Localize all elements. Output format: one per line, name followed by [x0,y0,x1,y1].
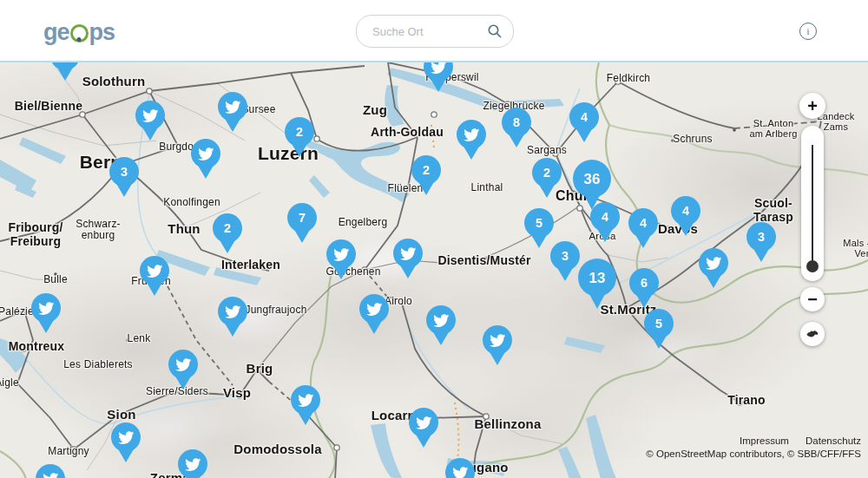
svg-text:3: 3 [121,165,128,179]
cluster-marker[interactable]: 3 [107,155,141,199]
twitter-marker[interactable] [454,118,489,161]
svg-text:4: 4 [640,216,647,230]
twitter-marker[interactable] [108,421,143,464]
cluster-marker[interactable]: 6 [627,266,661,310]
svg-text:2: 2 [296,125,303,139]
map-place-label: Jungfraujoch [245,304,306,316]
twitter-marker[interactable] [288,383,323,427]
map-place-label: LandeckZams [818,111,855,133]
map-place-label: Biel/Bienne [15,100,82,114]
logo-o-icon [70,24,89,43]
geops-map-app: geps i [0,0,868,478]
map-place-label: Disentis/Mustér [437,254,530,268]
attribution-copyright: © OpenStreetMap contributors, © SBB/CFF/… [646,449,861,459]
twitter-marker[interactable] [215,295,250,338]
cluster-marker[interactable]: 7 [285,201,319,245]
map-place-label: Montreux [9,340,65,354]
svg-text:5: 5 [655,317,662,331]
svg-text:36: 36 [584,171,601,187]
fit-switzerland-button[interactable] [800,322,825,346]
twitter-marker[interactable] [33,462,68,478]
svg-text:3: 3 [562,249,569,263]
twitter-marker[interactable] [443,456,477,478]
map-place-label: Mals - MallesVenosta [843,238,868,259]
search-box[interactable] [356,15,514,48]
twitter-marker[interactable] [166,348,201,391]
info-icon[interactable]: i [799,23,817,40]
cluster-marker[interactable]: 4 [567,101,602,144]
twitter-marker[interactable] [215,90,250,134]
map-place-label: Schruns [673,134,712,145]
zoom-in-button[interactable]: + [799,93,825,119]
twitter-marker[interactable] [175,448,210,478]
map-place-label: Solothurn [82,75,146,89]
svg-text:2: 2 [543,166,550,180]
map-place-label: Visp [223,386,251,401]
svg-text:4: 4 [682,204,689,218]
twitter-marker[interactable] [133,99,168,142]
map-place-label: St. Antonam Arlberg [749,118,797,140]
logo-o-dot [77,37,82,42]
cluster-marker[interactable]: 3 [744,220,779,264]
twitter-marker[interactable] [391,237,425,280]
twitter-marker[interactable] [424,304,458,347]
map-place-label: Schwarz-enburg [76,219,121,242]
twitter-marker[interactable] [357,292,391,336]
twitter-marker[interactable] [406,406,441,449]
search-icon[interactable] [487,23,503,39]
twitter-marker[interactable] [696,246,731,290]
cluster-marker[interactable]: 13 [575,257,619,311]
map-place-label: Les Diablerets [63,359,133,370]
map-place-label: Interlaken [221,259,280,272]
cluster-marker[interactable]: 2 [210,212,245,255]
map-place-label: Lenk [128,333,151,344]
map[interactable]: SolothurnBiel/BienneBernBurgdorfKonolfin… [0,61,868,478]
cluster-marker[interactable]: 2 [529,156,564,200]
zoom-slider-track-line [812,145,813,265]
svg-text:8: 8 [513,115,520,129]
zoom-out-button[interactable]: − [800,287,825,311]
map-place-label: Linthal [471,182,503,193]
map-place-label: Martigny [48,446,89,457]
search-input[interactable] [371,24,478,39]
cluster-marker[interactable]: 4 [626,206,661,250]
map-place-label: Sion [107,408,135,422]
twitter-marker[interactable] [324,238,358,281]
cluster-marker[interactable]: 2 [282,115,317,159]
twitter-marker[interactable] [480,324,515,367]
geops-logo: geps [43,19,115,46]
cluster-marker[interactable]: 2 [409,154,444,197]
twitter-marker[interactable] [29,291,63,335]
map-place-label: Konolfingen [163,197,220,208]
logo-text-ge: ge [43,19,69,46]
svg-text:2: 2 [423,163,430,177]
cluster-marker[interactable]: 4 [588,200,622,244]
zoom-slider[interactable] [801,126,824,281]
twitter-marker[interactable] [137,254,172,298]
svg-text:7: 7 [299,211,306,225]
switzerland-icon [806,330,820,339]
cluster-marker[interactable]: 5 [641,307,676,350]
map-place-label: Feldkirch [607,73,650,84]
impressum-link[interactable]: Impressum [740,435,789,446]
map-place-label: Bulle [43,274,68,285]
map-place-label: Zug [363,103,387,118]
svg-text:5: 5 [536,216,542,230]
map-place-label: Aigle [0,377,19,389]
attribution-links: Impressum Datenschutz [646,435,861,446]
svg-text:3: 3 [758,230,765,244]
twitter-marker[interactable] [188,137,223,180]
map-place-label: Brig [247,362,273,377]
svg-text:4: 4 [602,210,608,224]
cluster-marker[interactable]: 4 [668,194,703,238]
datenschutz-link[interactable]: Datenschutz [806,435,861,446]
svg-text:2: 2 [224,221,231,235]
zoom-slider-handle[interactable] [806,260,819,272]
cluster-marker[interactable]: 8 [499,106,534,149]
header: geps i [0,0,868,61]
map-place-label: Thun [168,222,200,237]
twitter-marker[interactable] [48,61,82,82]
twitter-marker[interactable] [421,61,456,94]
map-place-label: Fribourg/Freiburg [8,221,62,248]
svg-text:13: 13 [589,270,606,286]
